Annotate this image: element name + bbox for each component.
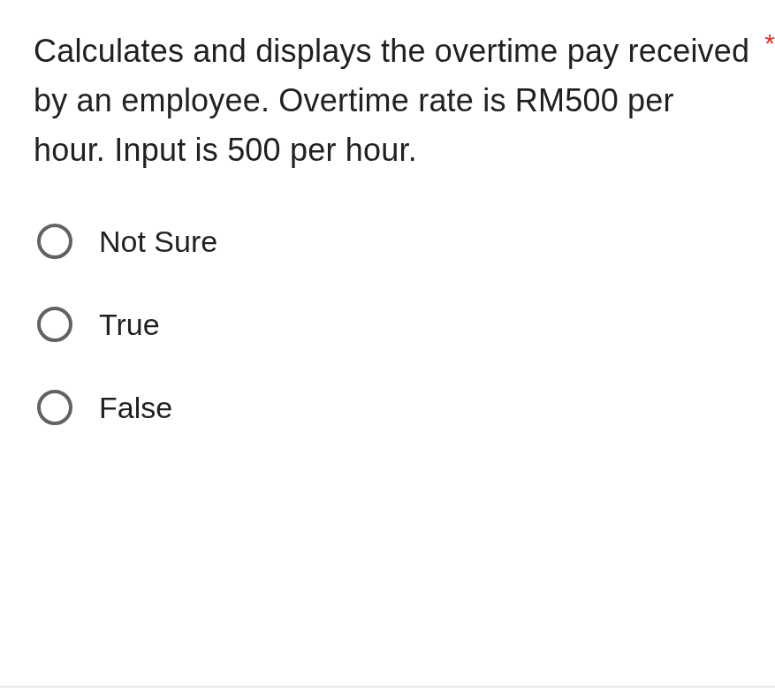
radio-icon[interactable] bbox=[37, 224, 72, 259]
divider bbox=[0, 686, 775, 688]
option-not-sure[interactable]: Not Sure bbox=[37, 224, 750, 259]
option-label: True bbox=[99, 308, 160, 342]
options-group: Not Sure True False bbox=[34, 224, 750, 425]
option-false[interactable]: False bbox=[37, 390, 750, 425]
question-text: Calculates and displays the overtime pay… bbox=[34, 27, 750, 174]
radio-icon[interactable] bbox=[37, 307, 72, 342]
option-label: False bbox=[99, 391, 172, 425]
option-label: Not Sure bbox=[99, 224, 217, 259]
option-true[interactable]: True bbox=[37, 307, 750, 342]
radio-icon[interactable] bbox=[37, 390, 72, 425]
required-asterisk-icon: * bbox=[764, 28, 775, 58]
